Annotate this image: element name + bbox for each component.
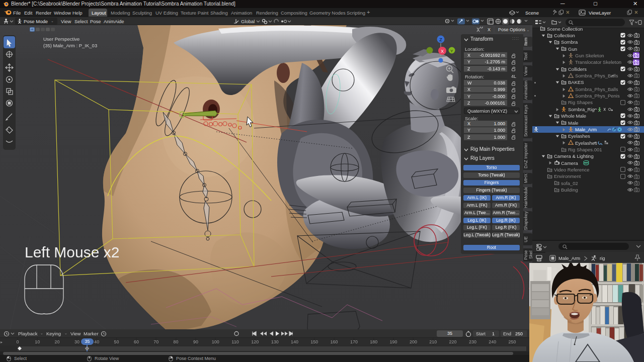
svg-text:Z: Z xyxy=(439,37,442,42)
svg-text:(35) Male_Arm : P_IK_03: (35) Male_Arm : P_IK_03 xyxy=(43,43,97,48)
svg-text:User Perspective: User Perspective xyxy=(43,36,79,42)
svg-text:Y: Y xyxy=(450,49,453,53)
svg-text:Global: Global xyxy=(241,19,255,24)
svg-text:Left Mouse x2: Left Mouse x2 xyxy=(25,244,119,260)
svg-text:X: X xyxy=(441,49,444,54)
